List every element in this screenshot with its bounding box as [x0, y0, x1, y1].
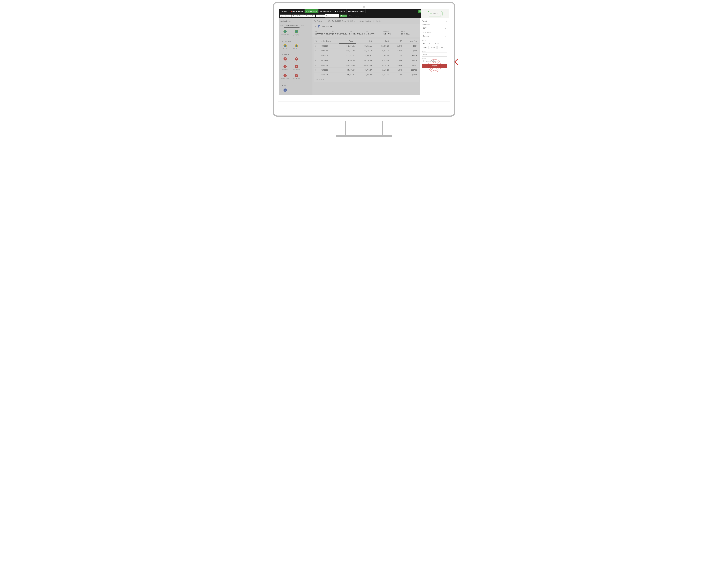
tab-second-dimension[interactable]: Second Dimension: [284, 23, 300, 28]
bc-enquiry[interactable]: Enquiry: [375, 20, 381, 22]
kpi-value: 33.94%: [366, 32, 383, 35]
range-button[interactable]: All: [422, 41, 426, 45]
table-cell: 6: [314, 68, 319, 73]
range-button[interactable]: 1-10: [427, 41, 433, 45]
nav-home[interactable]: ⌂HOME: [279, 9, 289, 13]
mycalls-icon: ◧: [335, 10, 337, 12]
invoice-crumb-bar: ✕ ⊜ Invoice Number: [312, 24, 420, 29]
dimension-item[interactable]: 2Product Group Level 2: [280, 74, 290, 81]
camera-dot: [363, 6, 365, 8]
dimension-item[interactable]: 👤Parent Account: [280, 30, 290, 36]
search-input[interactable]: [326, 14, 339, 18]
dimension-icon: ○: [283, 64, 287, 68]
arrow-indicator-icon: [454, 58, 458, 65]
dimension-item[interactable]: ✱Product: [292, 57, 301, 63]
search-all-dropdown[interactable]: Search All: [305, 15, 315, 17]
search-button[interactable]: Search: [340, 15, 347, 17]
kpi-label: Cost: [332, 31, 349, 32]
table-row[interactable]: 737116822$5,947.34$4,335.73$1,611.6127.1…: [314, 73, 419, 77]
customer-address-checkbox[interactable]: Customer Address: [422, 60, 447, 62]
dimension-item[interactable]: 1Product Group Level 1: [292, 64, 301, 72]
dimension-icon: ✱: [294, 57, 298, 61]
table-cell: 4: [314, 58, 319, 63]
dimension-icon: ✱: [283, 57, 287, 61]
column-header[interactable]: GP: [390, 39, 404, 44]
quick-search-chip[interactable]: Quick Search: [280, 15, 291, 17]
nav-enquiries[interactable]: ≡ENQUIRIES: [305, 9, 318, 13]
delimiter-select[interactable]: Comma: [422, 34, 447, 38]
nav-control-panel[interactable]: ▦CONTROL PANEL: [346, 9, 366, 13]
tab-drill[interactable]: Drill: [279, 23, 284, 28]
range-button[interactable]: 1-5000: [437, 46, 445, 49]
close-icon[interactable]: ✕: [445, 20, 447, 22]
kpi-cell: GP33.94%: [366, 31, 383, 35]
table-cell: $42,066.21: [339, 44, 356, 49]
nav-mycalls[interactable]: ◧MYCALLS: [333, 9, 346, 13]
column-header[interactable]: Cost: [356, 39, 373, 44]
table-row[interactable]: 486818714$26,424.49$18,208.96$8,215.5331…: [314, 58, 419, 63]
range-button[interactable]: 1-500: [422, 46, 428, 49]
close-icon[interactable]: ✕: [314, 25, 316, 28]
table-row[interactable]: 386887404$27,871.38$18,905.24$8,966.1432…: [314, 53, 419, 58]
output-format-select[interactable]: CSV: [422, 26, 447, 30]
export-panel: Export ✕ Output format CSV Column delimi…: [420, 18, 449, 95]
table-row[interactable]: 598990594$22,722.06$15,472.86$7,249.2031…: [314, 63, 419, 68]
table-cell: $1,611.61: [373, 73, 390, 77]
tab-filter[interactable]: Filter (0): [300, 23, 308, 28]
recently-viewed-chip[interactable]: Recently Viewed: [291, 15, 305, 17]
dimension-item[interactable]: 👤Customer Classification: [292, 30, 301, 36]
dimension-item[interactable]: 3Product Group Level 3: [292, 74, 301, 81]
dimension-item[interactable]: 👤Branch: [280, 44, 290, 50]
table-cell: $8,215.53: [373, 58, 390, 63]
dimension-icon: 👤: [294, 44, 298, 48]
section-title[interactable]: 4. Sales: [280, 84, 311, 88]
kpi-cell: Avg. Price$17.69: [383, 31, 400, 35]
nav-campaigns[interactable]: 📣CAMPAIGNS: [289, 9, 305, 13]
table-cell: 86666014: [319, 49, 339, 53]
section-title[interactable]: 3. Product: [280, 53, 311, 56]
table-cell: $8.84: [404, 49, 419, 53]
customer-view-link[interactable]: Customer View: [349, 15, 359, 17]
column-header[interactable]: Value ⌄: [339, 39, 356, 44]
range-button[interactable]: 1-100: [434, 41, 440, 45]
column-header[interactable]: Profit: [373, 39, 390, 44]
kpi-label: Profit: [349, 31, 366, 32]
bc-full-picture[interactable]: Full Picture ⌄: [314, 20, 324, 22]
table-cell: 5: [314, 63, 319, 68]
bc-date-range[interactable]: Wed Jan 01 2020 - Fri Jan 31 2020 ⌄: [328, 20, 355, 22]
dimension-item[interactable]: ○Manufacturer: [280, 64, 290, 72]
action-panel-tabs: Drill Second Dimension Filter (0): [279, 23, 312, 28]
bc-saved-enquiries[interactable]: Saved Enquiries: [360, 20, 371, 22]
kpi-cell: Cost$6,644,565.82: [332, 31, 349, 35]
kpi-value: $3,413,922.54: [349, 32, 366, 35]
dimension-label: Customer Classification: [292, 34, 301, 36]
export-button[interactable]: Export: [422, 63, 447, 68]
nav-accounts[interactable]: 🏛ACCOUNTS: [318, 9, 333, 13]
dimension-item[interactable]: ✱Product Code: [280, 57, 290, 63]
table-cell: $2,188.58: [373, 68, 390, 73]
table-row[interactable]: 286666014$31,117.08$21,169.52$9,947.5631…: [314, 49, 419, 53]
section-title[interactable]: 2. Sales Team: [280, 40, 311, 44]
table-row[interactable]: 637279532$5,987.25$3,798.67$2,188.5836.5…: [314, 68, 419, 73]
custom-input[interactable]: [422, 53, 447, 57]
accounts-dropdown[interactable]: Accounts: [316, 15, 325, 17]
kpi-cell: Value$10,058,488.36: [314, 31, 332, 35]
table-cell: $7,249.20: [373, 63, 390, 68]
range-button[interactable]: 1-1000: [429, 46, 437, 49]
dimension-label: Product Group Level 1: [292, 69, 301, 72]
dimension-item[interactable]: ◉Transaction Type: [280, 88, 290, 94]
column-header[interactable]: Avg. Price: [404, 39, 419, 44]
output-format-label: Output format: [422, 24, 447, 25]
dimension-item[interactable]: 👤Sales Person: [292, 44, 301, 50]
checkbox-icon: [422, 60, 423, 62]
table-cell: 31.90%: [390, 63, 404, 68]
data-table: 🔍Invoice NumberValue ⌄CostProfitGPAvg. P…: [314, 39, 419, 77]
table-cell: $997.88: [404, 68, 419, 73]
search-icon[interactable]: 🔍: [315, 40, 317, 42]
results-count: 79542 results: [314, 77, 419, 82]
dimension-icon: 👤: [283, 44, 287, 48]
table-row[interactable]: 186591654$42,066.21$28,415.11$13,651.103…: [314, 44, 419, 49]
invoice-number-label: Invoice Number: [321, 25, 333, 27]
column-header[interactable]: Invoice Number: [319, 39, 339, 44]
dimension-label: Parent Account: [281, 34, 289, 35]
